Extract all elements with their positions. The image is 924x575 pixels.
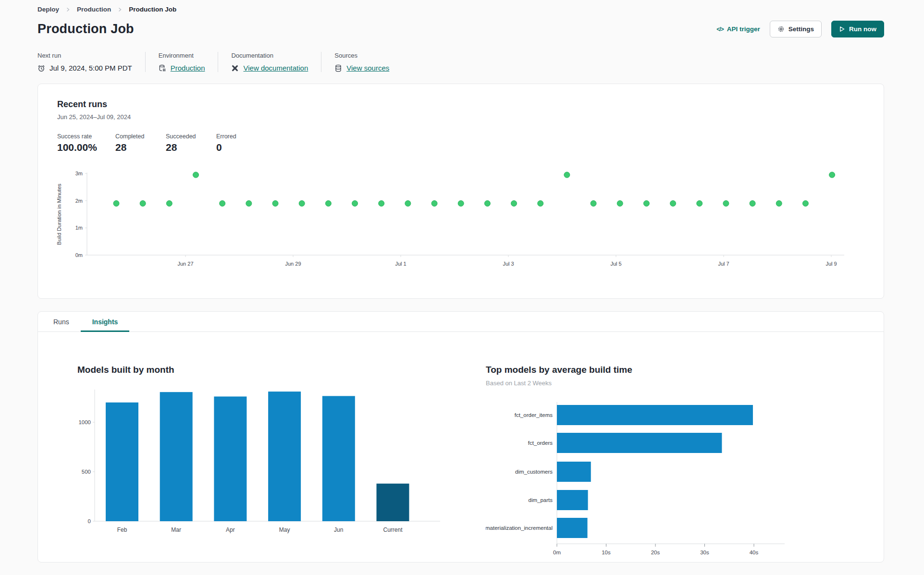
svg-text:3m: 3m — [75, 171, 83, 176]
svg-text:fct_orders: fct_orders — [528, 440, 553, 446]
svg-text:Jun 27: Jun 27 — [177, 261, 193, 267]
header-actions: </> API trigger Settings Run now — [716, 21, 884, 37]
meta-sources: Sources View sources — [321, 52, 402, 72]
top-models-subtitle: Based on Last 2 Weeks — [486, 379, 813, 387]
sources-label: Sources — [334, 52, 389, 59]
models-by-month-block: Models built by month 05001000FebMarAprM… — [77, 365, 447, 559]
page-title: Production Job — [37, 22, 134, 37]
recent-runs-stats: Success rate 100.00% Completed 28 Succee… — [57, 133, 884, 153]
top-models-chart: fct_order_itemsfct_ordersdim_customersdi… — [486, 393, 803, 557]
meta-environment: Environment Production — [145, 52, 218, 72]
chevron-right-icon — [66, 7, 70, 12]
play-icon — [839, 26, 845, 32]
svg-text:Build Duration in Minutes: Build Duration in Minutes — [56, 184, 62, 245]
page: Deploy Production Production Job Product… — [0, 0, 924, 563]
recent-runs-chart: 0m1m2m3mBuild Duration in MinutesJun 27J… — [47, 167, 863, 277]
svg-text:Jul 3: Jul 3 — [503, 261, 514, 267]
next-run-label: Next run — [37, 52, 132, 59]
svg-text:May: May — [279, 526, 290, 533]
api-trigger-link[interactable]: </> API trigger — [716, 25, 760, 33]
chevron-right-icon — [118, 7, 122, 12]
svg-text:Jun: Jun — [334, 526, 343, 533]
api-trigger-label: API trigger — [727, 25, 760, 33]
svg-text:20s: 20s — [651, 550, 660, 555]
gear-icon — [777, 25, 785, 33]
alarm-clock-icon — [37, 64, 45, 72]
svg-text:40s: 40s — [750, 550, 759, 555]
svg-text:0: 0 — [88, 518, 91, 524]
breadcrumb: Deploy Production Production Job — [37, 0, 884, 13]
insights-panel: Models built by month 05001000FebMarAprM… — [38, 332, 884, 559]
documentation-label: Documentation — [231, 52, 308, 59]
view-documentation-link[interactable]: View documentation — [243, 64, 308, 72]
svg-text:Feb: Feb — [117, 526, 127, 533]
stat-completed: Completed 28 — [115, 133, 166, 153]
svg-text:materialization_incremental: materialization_incremental — [486, 525, 553, 531]
stat-success-rate: Success rate 100.00% — [57, 133, 115, 153]
run-now-label: Run now — [849, 25, 876, 33]
svg-text:2m: 2m — [75, 198, 83, 204]
svg-text:Jul 9: Jul 9 — [825, 261, 837, 267]
view-sources-link[interactable]: View sources — [346, 64, 389, 72]
recent-runs-date-range: Jun 25, 2024–Jul 09, 2024 — [57, 113, 884, 121]
svg-text:Apr: Apr — [226, 526, 235, 533]
code-icon: </> — [716, 26, 723, 33]
build-duration-chart-wrap: 0m1m2m3mBuild Duration in MinutesJun 27J… — [47, 167, 884, 279]
recent-runs-card: Recent runs Jun 25, 2024–Jul 09, 2024 Su… — [37, 84, 884, 299]
svg-text:Mar: Mar — [171, 526, 181, 533]
page-header: Production Job </> API trigger Settings — [37, 21, 884, 37]
svg-text:fct_order_items: fct_order_items — [515, 412, 553, 418]
meta-documentation: Documentation View documentation — [218, 52, 321, 72]
dbt-docs-icon — [231, 64, 239, 72]
meta-next-run: Next run Jul 9, 2024, 5:00 PM PDT — [37, 52, 145, 72]
svg-text:500: 500 — [82, 469, 91, 475]
environment-label: Environment — [159, 52, 205, 59]
stat-errored: Errored 0 — [216, 133, 267, 153]
tab-runs[interactable]: Runs — [42, 312, 81, 332]
job-detail-card: Runs Insights Models built by month 0500… — [37, 311, 884, 563]
svg-text:0m: 0m — [553, 550, 561, 555]
stat-succeeded: Succeeded 28 — [166, 133, 216, 153]
database-icon — [334, 64, 342, 72]
svg-text:10s: 10s — [602, 550, 611, 555]
run-now-button[interactable]: Run now — [831, 21, 884, 37]
svg-text:Jul 7: Jul 7 — [718, 261, 729, 267]
svg-text:Jun 29: Jun 29 — [285, 261, 301, 267]
svg-text:dim_parts: dim_parts — [529, 497, 553, 503]
models-by-month-title: Models built by month — [77, 365, 447, 375]
next-run-value: Jul 9, 2024, 5:00 PM PDT — [49, 64, 132, 72]
svg-text:Current: Current — [383, 526, 403, 533]
environment-icon — [159, 64, 166, 72]
svg-text:dim_customers: dim_customers — [515, 469, 553, 475]
models-by-month-chart: 05001000FebMarAprMayJunCurrent — [77, 387, 443, 545]
svg-text:1000: 1000 — [78, 419, 91, 425]
tab-bar: Runs Insights — [38, 312, 884, 332]
svg-text:1m: 1m — [75, 225, 83, 231]
settings-button[interactable]: Settings — [770, 21, 822, 37]
environment-link[interactable]: Production — [171, 64, 205, 72]
tab-insights[interactable]: Insights — [81, 312, 130, 332]
svg-text:Jul 5: Jul 5 — [610, 261, 621, 267]
top-models-title: Top models by average build time — [486, 365, 813, 375]
svg-text:Jul 1: Jul 1 — [395, 261, 406, 267]
breadcrumb-production-job: Production Job — [129, 6, 176, 13]
breadcrumb-deploy[interactable]: Deploy — [37, 6, 59, 13]
top-models-block: Top models by average build time Based o… — [486, 365, 813, 559]
svg-text:0m: 0m — [75, 252, 83, 258]
svg-text:30s: 30s — [700, 550, 709, 555]
recent-runs-title: Recent runs — [57, 99, 884, 110]
breadcrumb-production[interactable]: Production — [77, 6, 111, 13]
job-meta-row: Next run Jul 9, 2024, 5:00 PM PDT Enviro… — [37, 52, 884, 72]
settings-label: Settings — [788, 25, 814, 33]
